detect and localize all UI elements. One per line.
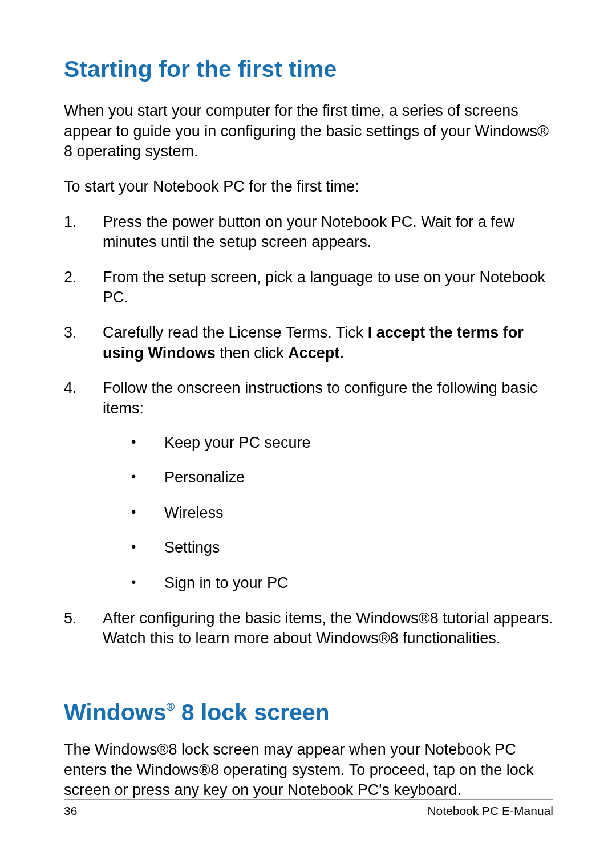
step-1: Press the power button on your Notebook … — [64, 212, 553, 253]
bullet-item: Sign in to your PC — [131, 573, 553, 594]
bullet-item: Keep your PC secure — [131, 433, 553, 453]
lock-screen-paragraph: The Windows®8 lock screen may appear whe… — [64, 740, 553, 801]
section-heading-1: Starting for the first time — [64, 56, 553, 83]
bullet-item: Settings — [131, 538, 553, 558]
step-text: After configuring the basic items, the W… — [103, 610, 553, 647]
step-2: From the setup screen, pick a language t… — [64, 267, 553, 308]
page-footer: 36 Notebook PC E-Manual — [64, 799, 553, 818]
bold-text: Accept. — [288, 344, 344, 362]
step-text: Press the power button on your Notebook … — [103, 213, 514, 251]
step-3: Carefully read the License Terms. Tick I… — [64, 323, 553, 363]
numbered-steps: Press the power button on your Notebook … — [64, 212, 553, 649]
bullet-item: Wireless — [131, 503, 553, 524]
step-5: After configuring the basic items, the W… — [64, 609, 553, 649]
step-text: then click — [216, 344, 289, 362]
lead-in-paragraph: To start your Notebook PC for the first … — [64, 177, 553, 197]
step-text: Follow the onscreen instructions to conf… — [103, 379, 537, 417]
intro-paragraph: When you start your computer for the fir… — [64, 101, 553, 162]
step-text: From the setup screen, pick a language t… — [103, 269, 545, 306]
section-heading-2: Windows® 8 lock screen — [64, 699, 553, 726]
sub-bullets: Keep your PC secure Personalize Wireless… — [103, 433, 553, 594]
step-4: Follow the onscreen instructions to conf… — [64, 378, 553, 593]
heading-part: 8 lock screen — [175, 699, 329, 725]
bullet-item: Personalize — [131, 468, 553, 488]
step-text: Carefully read the License Terms. Tick — [103, 324, 368, 341]
manual-title: Notebook PC E-Manual — [427, 804, 553, 818]
registered-symbol: ® — [167, 700, 175, 713]
heading-part: Windows — [64, 699, 167, 725]
page-number: 36 — [64, 804, 77, 818]
